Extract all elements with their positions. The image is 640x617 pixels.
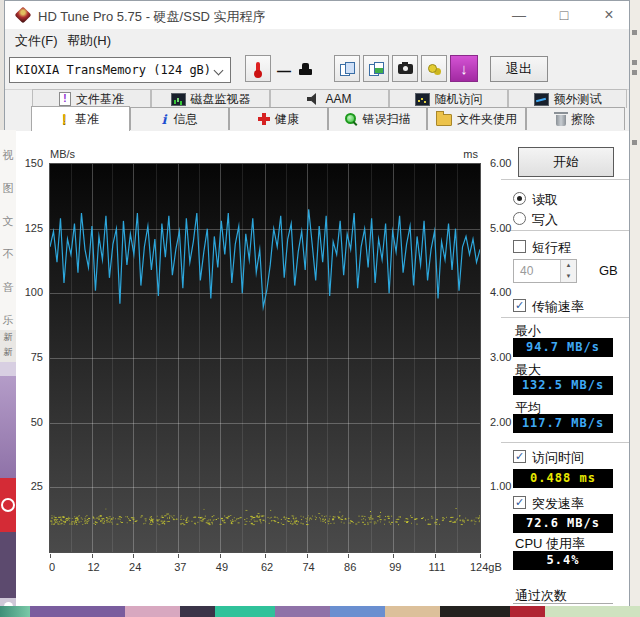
x-axis-tick — [307, 554, 308, 558]
desktop-thumbnail — [30, 606, 125, 617]
save-results-button[interactable]: ↓ — [450, 55, 478, 82]
tab-label: 文件基准 — [76, 91, 124, 108]
read-radio[interactable] — [513, 192, 526, 205]
y2-axis-tick-label: 5.00 — [490, 222, 522, 234]
tab-aam[interactable]: AAM — [270, 89, 389, 108]
temperature-button[interactable] — [245, 55, 271, 82]
client-area: 开始 读取 写入 短行程 40 ▲ ▼ GB 传输速率 最小 94.7 MB/s… — [5, 131, 629, 606]
y2-axis-tick-label: 3.00 — [490, 351, 522, 363]
minimize-button[interactable]: — — [502, 3, 536, 27]
logo-swirl-icon — [1, 498, 15, 512]
y2-axis-tick-label: 1.00 — [490, 480, 522, 492]
x-axis-tick-label: 37 — [160, 561, 200, 573]
x-axis-tick — [178, 554, 179, 558]
tab-label: 文件夹使用 — [457, 111, 517, 128]
x-axis-tick-label: 86 — [330, 561, 370, 573]
y2-axis-tick-label: 6.00 — [490, 157, 522, 169]
folder-icon — [436, 114, 452, 126]
y2-axis-tick-label: 4.00 — [490, 286, 522, 298]
y-axis-tick-label: 75 — [15, 351, 43, 363]
access-time-label[interactable]: 访问时间 — [532, 449, 584, 467]
short-stroke-checkbox[interactable] — [513, 240, 526, 253]
short-stroke-label[interactable]: 短行程 — [532, 239, 571, 257]
exit-button[interactable]: 退出 — [490, 56, 548, 82]
tab-label: 擦除 — [571, 111, 595, 128]
tab-extra-tests[interactable]: 额外测试 — [508, 89, 627, 108]
copy-image-button[interactable] — [363, 55, 389, 82]
min-value-display: 94.7 MB/s — [513, 338, 613, 357]
y-axis-tick-label: 100 — [15, 286, 43, 298]
separator — [501, 179, 629, 180]
tab-benchmark[interactable]: 基准 — [31, 106, 130, 131]
maximize-button[interactable]: □ — [547, 3, 581, 27]
transfer-rate-checkbox[interactable] — [513, 299, 526, 312]
tab-folder-usage[interactable]: 文件夹使用 — [427, 107, 526, 130]
max-value-display: 132.5 MB/s — [513, 376, 613, 395]
separator — [501, 442, 629, 443]
copy-icon — [340, 62, 355, 76]
tab-random-access[interactable]: 随机访问 — [389, 89, 508, 108]
write-label[interactable]: 写入 — [532, 211, 558, 229]
desktop-right-sliver — [630, 0, 640, 617]
start-button[interactable]: 开始 — [518, 147, 614, 177]
health-cross-icon — [258, 113, 270, 125]
tab-health[interactable]: 健康 — [229, 107, 328, 130]
read-label[interactable]: 读取 — [532, 191, 558, 209]
menu-help[interactable]: 帮助(H) — [67, 32, 111, 50]
capacity-unit-label: GB — [599, 263, 618, 278]
hd-tune-window: HD Tune Pro 5.75 - 硬盘/SSD 实用程序 — □ × 文件(… — [4, 0, 630, 606]
x-axis-tick — [348, 554, 349, 558]
toolbar: KIOXIA TransMemory (124 gB) — ↓ 退出 — [5, 51, 629, 90]
avg-value-display: 117.7 MB/s — [513, 414, 613, 433]
desktop-color-block — [0, 532, 16, 598]
x-axis-tick — [435, 554, 436, 558]
x-axis-tick — [92, 554, 93, 558]
benchmark-icon — [62, 112, 70, 126]
file-benchmark-icon — [59, 92, 71, 106]
screenshot-button[interactable] — [392, 55, 418, 82]
desktop-mark — [632, 140, 637, 145]
burst-rate-label[interactable]: 突发速率 — [532, 495, 584, 513]
desktop-thumbnail — [0, 606, 30, 617]
spinner-up-icon[interactable]: ▲ — [560, 260, 576, 271]
drive-select[interactable]: KIOXIA TransMemory (124 gB) — [9, 57, 231, 83]
access-time-checkbox[interactable] — [513, 450, 526, 463]
options-button[interactable] — [421, 55, 447, 82]
tab-error-scan[interactable]: 错误扫描 — [328, 107, 427, 130]
temperature-value: — — [277, 63, 291, 79]
spinner-down-icon[interactable]: ▼ — [560, 271, 576, 282]
y-axis-tick-label: 150 — [15, 157, 43, 169]
tab-disk-monitor[interactable]: 磁盘监视器 — [151, 89, 270, 108]
capacity-spinner[interactable]: 40 ▲ ▼ — [513, 259, 577, 283]
extra-tests-icon — [534, 93, 549, 106]
desktop-thumbnail — [510, 606, 545, 617]
x-axis-tick-label: 0 — [32, 561, 72, 573]
desktop-thumbnail — [385, 606, 440, 617]
tab-label: 错误扫描 — [363, 111, 411, 128]
tab-erase[interactable]: 擦除 — [526, 107, 625, 130]
transfer-rate-label[interactable]: 传输速率 — [532, 298, 584, 316]
burst-rate-display: 72.6 MB/s — [513, 514, 613, 533]
copy-text-button[interactable] — [334, 55, 360, 82]
tab-label: 信息 — [174, 111, 198, 128]
screenshot-stage: HD Tune Pro 5.75 - 硬盘/SSD 实用程序 — □ × 文件(… — [0, 0, 640, 617]
thermometer-icon — [256, 62, 260, 75]
desktop-mark — [632, 70, 637, 75]
x-axis-tick-label: 74 — [289, 561, 329, 573]
close-button[interactable]: × — [592, 3, 626, 27]
x-axis-tick-label: 49 — [202, 561, 242, 573]
menu-file[interactable]: 文件(F) — [15, 32, 58, 50]
tab-info[interactable]: 信息 — [130, 107, 229, 130]
tab-label: AAM — [325, 92, 351, 106]
burst-rate-checkbox[interactable] — [513, 496, 526, 509]
x-axis-tick-label: 124gB — [470, 561, 510, 573]
camera-icon — [398, 64, 413, 74]
x-axis-tick-label: 99 — [375, 561, 415, 573]
separator — [513, 603, 613, 604]
tab-label: 健康 — [275, 111, 299, 128]
background-window-text-small: 新 新 — [0, 330, 16, 362]
tab-label: 额外测试 — [554, 91, 602, 108]
tab-label: 随机访问 — [435, 91, 483, 108]
capacity-value[interactable]: 40 — [520, 264, 533, 278]
background-window-text: 视 图 文 不 音 乐 — [0, 130, 16, 330]
